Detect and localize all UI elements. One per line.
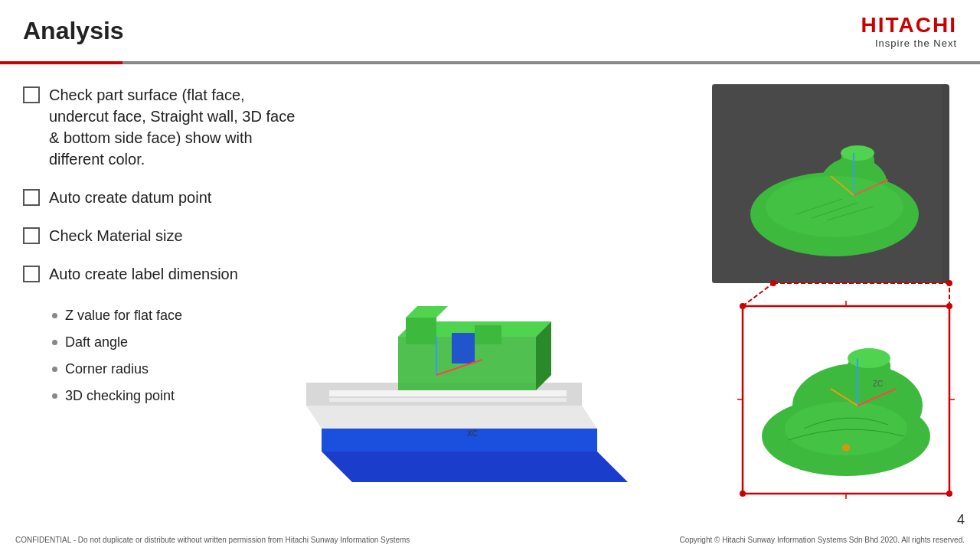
model-bottom-left: XC XC <box>283 260 628 497</box>
checkbox-icon <box>23 266 40 282</box>
bullet-text-1: Check part surface (flat face, undercut … <box>49 84 306 170</box>
sub-bullet-list: Z value for flat face Daft angle Corner … <box>52 308 306 404</box>
list-item: 3D checking point <box>52 388 306 404</box>
svg-point-6 <box>841 145 874 161</box>
dot-icon <box>52 313 57 318</box>
footer: CONFIDENTIAL - Do not duplicate or distr… <box>0 528 980 551</box>
svg-text:XC: XC <box>467 429 478 438</box>
bullet-text-3: Check Material size <box>49 225 183 246</box>
checkbox-icon <box>23 189 40 206</box>
list-item: Check Material size <box>23 225 306 246</box>
model-top-right <box>704 77 957 291</box>
list-item: Auto create label dimension <box>23 263 306 285</box>
logo-tagline: Inspire the Next <box>861 37 957 49</box>
page-title: Analysis <box>23 17 124 45</box>
svg-marker-16 <box>306 406 597 429</box>
list-item: Daft angle <box>52 334 306 350</box>
dot-icon <box>52 393 57 399</box>
svg-point-13 <box>766 176 903 237</box>
list-item: Z value for flat face <box>52 308 306 324</box>
svg-marker-22 <box>406 306 448 318</box>
dot-icon <box>52 340 57 345</box>
svg-point-55 <box>842 444 850 452</box>
svg-text:ZC: ZC <box>873 380 883 388</box>
svg-marker-15 <box>322 429 597 452</box>
svg-point-40 <box>770 280 776 286</box>
footer-confidential: CONFIDENTIAL - Do not duplicate or distr… <box>15 536 410 544</box>
slide-number: 4 <box>957 512 965 528</box>
hitachi-logo: HITACHI Inspire the Next <box>861 13 957 49</box>
dot-icon <box>52 367 57 372</box>
svg-point-39 <box>946 491 952 497</box>
svg-point-36 <box>740 303 746 309</box>
svg-rect-25 <box>329 390 567 396</box>
svg-rect-23 <box>475 325 501 344</box>
footer-copyright: Copyright © Hitachi Sunway Information S… <box>679 536 965 544</box>
svg-point-38 <box>740 491 746 497</box>
sub-bullet-text-4: 3D checking point <box>65 388 175 404</box>
left-column: Check part surface (flat face, undercut … <box>0 69 329 528</box>
header: Analysis HITACHI Inspire the Next <box>0 0 980 61</box>
svg-point-50 <box>848 348 890 368</box>
svg-line-32 <box>743 283 773 306</box>
right-column: XC XC <box>329 69 980 528</box>
logo-name: HITACHI <box>861 13 957 37</box>
svg-marker-14 <box>322 452 628 482</box>
sub-bullet-text-1: Z value for flat face <box>65 308 182 324</box>
list-item: Corner radius <box>52 361 306 377</box>
bullet-text-4: Auto create label dimension <box>49 263 238 285</box>
list-item: Check part surface (flat face, undercut … <box>23 84 306 170</box>
sub-bullet-text-2: Daft angle <box>65 334 128 350</box>
svg-rect-21 <box>406 318 436 344</box>
sub-bullet-text-3: Corner radius <box>65 361 149 377</box>
list-item: Auto create datum point <box>23 187 306 208</box>
svg-point-41 <box>946 280 952 286</box>
model-bottom-right: ZC <box>727 276 965 505</box>
header-divider <box>0 61 980 64</box>
content-area: Check part surface (flat face, undercut … <box>0 69 980 528</box>
svg-point-37 <box>946 303 952 309</box>
svg-rect-24 <box>452 333 475 364</box>
svg-rect-49 <box>848 364 890 398</box>
checkbox-icon <box>23 86 40 103</box>
bullet-text-2: Auto create datum point <box>49 187 211 208</box>
svg-rect-26 <box>329 398 567 402</box>
checkbox-icon <box>23 227 40 244</box>
